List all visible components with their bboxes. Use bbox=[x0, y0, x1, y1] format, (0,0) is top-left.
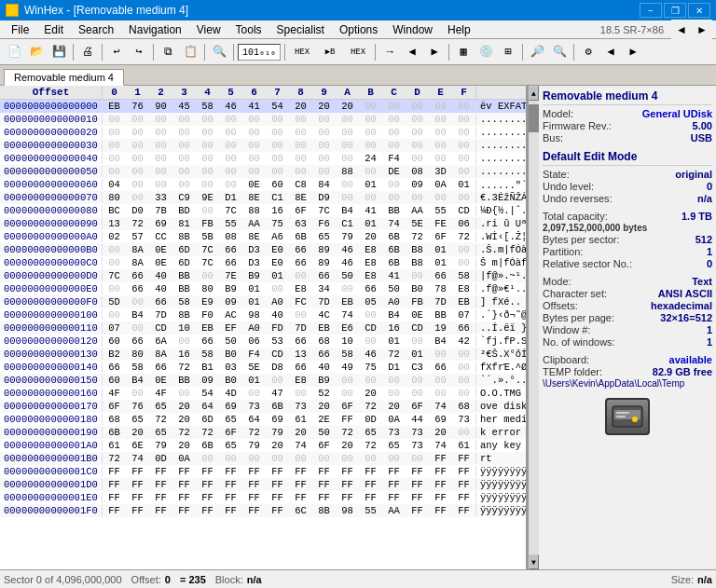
hex-cell[interactable]: E8 bbox=[289, 375, 312, 386]
hex-cell[interactable]: 06 bbox=[452, 218, 475, 229]
hex-cell[interactable]: 00 bbox=[382, 192, 406, 203]
hex-cell[interactable]: 02 bbox=[103, 231, 126, 242]
hex-cell[interactable]: FF bbox=[406, 466, 429, 477]
hex-cell[interactable]: 00 bbox=[219, 127, 242, 138]
hex-cell[interactable]: 61 bbox=[452, 440, 475, 451]
hex-cell[interactable]: 00 bbox=[289, 166, 312, 177]
menu-help[interactable]: Help bbox=[440, 21, 478, 38]
offset-cell[interactable]: 0000000000000170 bbox=[0, 401, 103, 412]
hex-cell[interactable]: 74 bbox=[429, 440, 452, 451]
hex-cell[interactable]: 00 bbox=[172, 388, 196, 399]
hex-cell[interactable]: 6F bbox=[219, 427, 242, 438]
hex-cell[interactable]: 49 bbox=[336, 362, 359, 373]
hex-cell[interactable]: 6B bbox=[382, 257, 406, 268]
hex-cell[interactable]: C9 bbox=[172, 192, 196, 203]
hex-cell[interactable]: 00 bbox=[196, 166, 219, 177]
hex-cell[interactable]: FF bbox=[289, 466, 312, 477]
hex-cell[interactable]: D1 bbox=[382, 362, 406, 373]
hex-cell[interactable]: 00 bbox=[196, 114, 219, 125]
hex-cell[interactable]: 98 bbox=[336, 505, 359, 516]
hex-cell[interactable]: 90 bbox=[149, 101, 172, 112]
hex-cell[interactable]: E0 bbox=[266, 257, 289, 268]
hex-cell[interactable]: 00 bbox=[196, 127, 219, 138]
offset-cell[interactable]: 0000000000000030 bbox=[0, 140, 103, 151]
hex-cell[interactable]: 6B bbox=[382, 244, 406, 255]
hex-cell[interactable]: 72 bbox=[452, 231, 475, 242]
hex-cell[interactable]: 00 bbox=[242, 153, 266, 164]
offset-cell[interactable]: 0000000000000160 bbox=[0, 388, 103, 399]
hex-cell[interactable]: 72 bbox=[126, 218, 149, 229]
ascii-cell[interactable]: ¼Ð{½.|ˆ.o|´A»ªUÍ bbox=[475, 205, 526, 216]
hex-cell[interactable]: B9 bbox=[219, 283, 242, 294]
offset-cell[interactable]: 0000000000000110 bbox=[0, 322, 103, 334]
hex-cell[interactable]: 9E bbox=[196, 192, 219, 203]
hex-cell[interactable]: 7C bbox=[196, 244, 219, 255]
hex-cell[interactable]: FF bbox=[126, 479, 149, 490]
hex-cell[interactable]: 00 bbox=[406, 453, 429, 464]
hex-cell[interactable]: B9 bbox=[312, 375, 336, 386]
hex-cell[interactable]: 73 bbox=[452, 414, 475, 425]
hex-cell[interactable]: FF bbox=[289, 479, 312, 490]
hex-cell[interactable]: 00 bbox=[266, 114, 289, 125]
hex-cell[interactable]: 00 bbox=[219, 166, 242, 177]
hex-cell[interactable]: FF bbox=[219, 505, 242, 516]
hex-cell[interactable]: 72 bbox=[196, 427, 219, 438]
hex-cell[interactable]: FF bbox=[242, 505, 266, 516]
hex-cell[interactable]: 6F bbox=[289, 205, 312, 216]
hex-cell[interactable]: D8 bbox=[266, 362, 289, 373]
hex-cell[interactable]: 60 bbox=[103, 335, 126, 347]
hex-cell[interactable]: 79 bbox=[266, 427, 289, 438]
hex-cell[interactable]: 68 bbox=[312, 335, 336, 347]
hex-cell[interactable]: 66 bbox=[149, 296, 172, 308]
hex-cell[interactable]: 74 bbox=[336, 309, 359, 321]
hex-cell[interactable]: 00 bbox=[242, 453, 266, 464]
hex-cell[interactable]: 00 bbox=[266, 375, 289, 386]
hex-cell[interactable]: 00 bbox=[242, 114, 266, 125]
hex-cell[interactable]: 55 bbox=[429, 205, 452, 216]
hex-cell[interactable]: E8 bbox=[359, 244, 382, 255]
hex-cell[interactable]: 40 bbox=[312, 362, 336, 373]
hex-cell[interactable]: 00 bbox=[126, 296, 149, 308]
prev-instance-button[interactable]: ◄ bbox=[671, 20, 692, 40]
hex-cell[interactable]: FF bbox=[266, 492, 289, 503]
hex-cell[interactable]: 79 bbox=[149, 440, 172, 451]
hex-cell[interactable]: F4 bbox=[382, 153, 406, 164]
hex-cell[interactable]: 72 bbox=[149, 414, 172, 425]
hex-cell[interactable]: 76 bbox=[126, 401, 149, 412]
hex-cell[interactable]: FF bbox=[172, 505, 196, 516]
prev-nav-button[interactable]: ◀ bbox=[600, 42, 621, 62]
hex-cell[interactable]: 72 bbox=[406, 231, 429, 242]
hex-cell[interactable]: FF bbox=[172, 479, 196, 490]
hex-cell[interactable]: 00 bbox=[289, 114, 312, 125]
hex-cell[interactable]: 72 bbox=[359, 401, 382, 412]
hex-cell[interactable]: FF bbox=[406, 505, 429, 516]
hex-cell[interactable]: 20 bbox=[289, 427, 312, 438]
hex-cell[interactable]: EF bbox=[219, 322, 242, 334]
hex-cell[interactable]: 01 bbox=[429, 244, 452, 255]
hex-cell[interactable]: 69 bbox=[219, 401, 242, 412]
table-row[interactable]: 00000000000000E0006640BB80B90100E8340066… bbox=[0, 282, 526, 295]
hex-cell[interactable]: 00 bbox=[242, 127, 266, 138]
hex-cell[interactable]: CD bbox=[359, 322, 382, 334]
table-row[interactable]: 00000000000001A0616E79206B657920746F2072… bbox=[0, 439, 526, 452]
hex-cell[interactable]: 60 bbox=[266, 179, 289, 190]
hex-cell[interactable]: 00 bbox=[312, 153, 336, 164]
hex-cell[interactable]: BB bbox=[172, 283, 196, 294]
hex-cell[interactable]: 00 bbox=[149, 179, 172, 190]
hex-cell[interactable]: 01 bbox=[359, 179, 382, 190]
table-row[interactable]: 000000000000009013726981FB55AA7563F6C101… bbox=[0, 217, 526, 230]
ascii-cell[interactable]: €.3ÉžÑŽÁŽÙ...... bbox=[475, 192, 526, 203]
hex-cell[interactable]: 00 bbox=[429, 140, 452, 151]
hex-cell[interactable]: 04 bbox=[103, 179, 126, 190]
hex-cell[interactable]: 52 bbox=[312, 388, 336, 399]
hex-cell[interactable]: 8B bbox=[172, 309, 196, 321]
hex-cell[interactable]: 69 bbox=[266, 414, 289, 425]
hex-cell[interactable]: F0 bbox=[196, 309, 219, 321]
hex-cell[interactable]: FF bbox=[196, 466, 219, 477]
hex-cell[interactable]: 20 bbox=[336, 101, 359, 112]
scroll-thumb[interactable] bbox=[529, 104, 539, 132]
offset-cell[interactable]: 0000000000000140 bbox=[0, 362, 103, 373]
hex-cell[interactable]: E8 bbox=[452, 283, 475, 294]
hex-cell[interactable]: FF bbox=[103, 479, 126, 490]
hex-cell[interactable]: BB bbox=[382, 205, 406, 216]
